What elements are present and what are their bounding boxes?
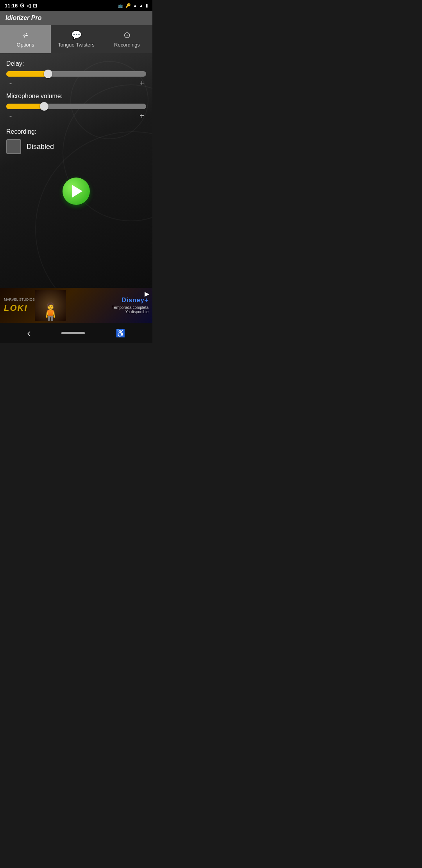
back-button[interactable]: ‹: [27, 327, 30, 339]
ad-banner: MARVEL STUDIOS LOKI 🧍 Disney+ Temporada …: [0, 288, 152, 323]
delay-label: Delay:: [6, 60, 146, 67]
home-pill-button[interactable]: [61, 332, 85, 334]
play-triangle-icon: [72, 185, 82, 197]
recordings-icon: ⊙: [123, 30, 131, 40]
app-title: Idiotizer Pro: [5, 14, 41, 22]
play-button[interactable]: [63, 178, 90, 205]
options-icon: ⩫: [22, 30, 29, 40]
cast-icon: 📺: [118, 3, 123, 8]
app-title-bar: Idiotizer Pro: [0, 11, 152, 25]
mic-plus-button[interactable]: +: [138, 111, 145, 120]
delay-slider-container: [6, 71, 146, 77]
tab-bar: ⩫ Options 💬 Tongue Twisters ⊙ Recordings: [0, 25, 152, 53]
ad-close-button[interactable]: ▶: [145, 290, 149, 298]
mic-minus-button[interactable]: -: [7, 111, 14, 120]
mic-slider-thumb[interactable]: [40, 102, 48, 111]
tab-options-label: Options: [17, 42, 34, 48]
ad-platform-label: Disney+: [122, 297, 148, 304]
tab-tongue-twisters-label: Tongue Twisters: [58, 42, 95, 48]
signal-icon: ▲: [139, 3, 143, 8]
ad-person-image: 🧍: [35, 290, 66, 321]
recording-label: Recording:: [6, 128, 146, 135]
key-icon: 🔑: [125, 3, 131, 8]
clipboard-icon: ⊡: [33, 3, 37, 9]
delay-slider-fill: [6, 71, 48, 77]
delay-slider-buttons: - +: [6, 78, 146, 93]
mic-slider-buttons: - +: [6, 111, 146, 125]
ad-left-section: MARVEL STUDIOS LOKI: [4, 298, 35, 313]
status-bar: 11:16 G ◁ ⊡ 📺 🔑 ▲ ▲ ▮: [0, 0, 152, 11]
ad-marvel-text: MARVEL STUDIOS: [4, 298, 35, 301]
recording-checkbox-row: Disabled: [6, 139, 146, 154]
nav-bar: ‹ ♿: [0, 323, 152, 343]
ad-right-section: Disney+ Temporada completaYa disponible: [66, 297, 148, 314]
wifi-icon: ▲: [133, 3, 137, 8]
delay-slider-track[interactable]: [6, 71, 146, 77]
ad-show-title: LOKI: [4, 303, 28, 313]
mic-volume-section: Microphone volume: - +: [6, 93, 146, 125]
mic-slider-track[interactable]: [6, 104, 146, 109]
delay-plus-button[interactable]: +: [138, 79, 145, 88]
recording-disabled-label: Disabled: [27, 143, 54, 151]
mic-slider-fill: [6, 104, 44, 109]
tab-tongue-twisters[interactable]: 💬 Tongue Twisters: [51, 25, 102, 53]
navigation-icon: ◁: [27, 3, 30, 9]
recording-section: Recording: Disabled: [6, 128, 146, 154]
mic-slider-container: [6, 104, 146, 109]
status-time: 11:16: [5, 3, 18, 9]
tab-recordings-label: Recordings: [114, 42, 140, 48]
delay-minus-button[interactable]: -: [7, 79, 14, 88]
play-area: [6, 170, 146, 209]
google-icon: G: [20, 2, 24, 9]
accessibility-button[interactable]: ♿: [116, 328, 125, 338]
ad-subtitle-text: Temporada completaYa disponible: [112, 305, 148, 314]
battery-icon: ▮: [145, 3, 148, 8]
delay-section: Delay: - +: [6, 60, 146, 93]
delay-slider-thumb[interactable]: [44, 70, 52, 78]
person-silhouette-icon: 🧍: [38, 303, 63, 321]
main-content: Delay: - + Microphone volume: - + Record…: [0, 53, 152, 288]
mic-volume-label: Microphone volume:: [6, 93, 146, 100]
tab-recordings[interactable]: ⊙ Recordings: [102, 25, 152, 53]
tongue-twisters-icon: 💬: [71, 30, 82, 40]
recording-checkbox[interactable]: [6, 139, 21, 154]
tab-options[interactable]: ⩫ Options: [0, 25, 51, 53]
